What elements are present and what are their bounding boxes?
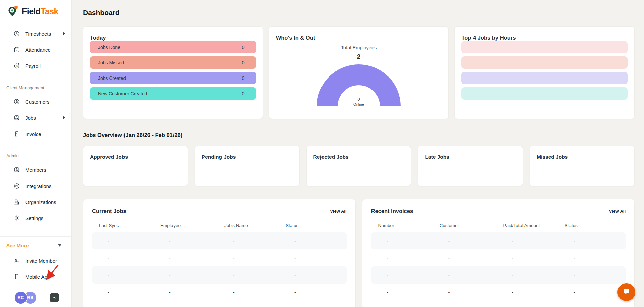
top-job-bar <box>461 87 628 100</box>
see-more-toggle[interactable]: See More <box>0 238 71 253</box>
current-jobs-title: Current Jobs <box>92 208 127 214</box>
top-job-bar <box>461 56 628 69</box>
user-plus-icon <box>13 257 20 264</box>
table-cell: - <box>378 255 440 261</box>
sidebar-item-customers[interactable]: Customers <box>0 94 71 110</box>
user-card-icon <box>13 166 20 173</box>
table-row: - - - - <box>92 232 347 249</box>
whos-in-out-card: Who's In & Out Total Employees 2 0 Onlin… <box>269 26 449 119</box>
sidebar-item-label: Organizations <box>25 199 56 205</box>
stat-label: Jobs Done <box>98 45 120 50</box>
donut-center-label: 0 Online <box>317 97 401 106</box>
stat-label: New Customer Created <box>98 91 147 96</box>
table-cell: - <box>565 255 626 261</box>
table-cell: - <box>160 290 224 295</box>
table-cell: - <box>286 290 347 295</box>
table-cell: - <box>440 255 503 261</box>
sidebar-item-integrations[interactable]: @ Integrations <box>0 178 71 194</box>
top-jobs-card: Top 4 Jobs by Hours <box>454 26 635 119</box>
table-cell: - <box>160 255 224 261</box>
missed-jobs-card: Missed Jobs <box>530 146 635 186</box>
sidebar-item-members[interactable]: Members <box>0 162 71 178</box>
table-cell: - <box>378 272 440 278</box>
jobs-overview-title: Jobs Overview (Jan 26/26 - Feb 01/26) <box>83 132 635 138</box>
table-cell: - <box>565 272 626 278</box>
sidebar-item-timesheets[interactable]: Timesheets <box>0 25 71 42</box>
column-header: Employee <box>160 223 224 228</box>
pending-jobs-card: Pending Jobs <box>195 146 300 186</box>
table-cell: - <box>440 272 503 278</box>
checklist-icon <box>13 114 20 121</box>
sidebar-item-jobs[interactable]: Jobs <box>0 110 71 126</box>
table-cell: - <box>378 290 440 295</box>
collapse-button[interactable] <box>50 293 59 302</box>
sidebar-item-label: Payroll <box>25 63 41 69</box>
sidebar-item-settings[interactable]: Settings <box>0 210 71 226</box>
recent-invoices-card: Recent Invoices View All Number Customer… <box>362 199 635 307</box>
table-cell: - <box>286 272 347 278</box>
overview-card-label: Pending Jobs <box>202 154 293 160</box>
late-jobs-card: Late Jobs <box>418 146 523 186</box>
brand-task: Task <box>41 7 58 16</box>
stat-bar-jobs-missed: Jobs Missed 0 <box>90 56 256 69</box>
top-cards-row: Today Jobs Done 0 Jobs Missed 0 Jobs Cre… <box>83 26 635 119</box>
smartphone-icon <box>13 273 20 280</box>
current-jobs-view-all-link[interactable]: View All <box>330 209 346 214</box>
sidebar-footer: RC RS <box>0 288 71 307</box>
sidebar-item-label: Jobs <box>25 115 36 121</box>
employees-donut-chart: 0 Online <box>317 64 401 106</box>
top-job-bar <box>461 41 628 53</box>
brand-name: FieldTask <box>22 7 58 16</box>
top-jobs-title: Top 4 Jobs by Hours <box>461 35 628 41</box>
table-cell: - <box>286 255 347 261</box>
column-header: Last Sync <box>99 223 160 228</box>
chat-launcher-button[interactable] <box>617 283 635 301</box>
table-row: - - - - <box>371 232 626 249</box>
stat-label: Jobs Created <box>98 75 126 81</box>
sidebar-item-organizations[interactable]: Organizations <box>0 194 71 210</box>
table-cell: - <box>378 238 440 244</box>
gear-icon <box>13 215 20 221</box>
column-header: Job's Name <box>224 223 286 228</box>
sidebar-item-label: Members <box>25 167 46 173</box>
tables-row: Current Jobs View All Last Sync Employee… <box>83 199 635 307</box>
sidebar-item-label: Settings <box>25 215 43 221</box>
overview-card-label: Approved Jobs <box>90 154 181 160</box>
current-jobs-card: Current Jobs View All Last Sync Employee… <box>83 199 356 307</box>
sidebar-item-invoice[interactable]: Invoice <box>0 126 71 142</box>
recent-invoices-table-body: - - - - - - - - - - - - - <box>371 232 626 301</box>
sidebar-item-label: Customers <box>25 99 50 105</box>
column-header: Status <box>565 223 626 228</box>
overview-card-label: Missed Jobs <box>537 154 628 160</box>
column-header: Paid/Total Amount <box>503 223 565 228</box>
chevron-down-icon <box>58 244 61 247</box>
jobs-overview-row: Approved Jobs Pending Jobs Rejected Jobs… <box>83 146 635 186</box>
sidebar-item-invite-member[interactable]: Invite Member <box>0 253 71 269</box>
table-row: - - - - <box>371 266 626 284</box>
sidebar-item-label: Timesheets <box>25 31 51 37</box>
online-count: 0 <box>317 97 401 102</box>
brand-field: Field <box>22 7 41 16</box>
dollar-circle-icon: $ <box>13 62 20 69</box>
table-cell: - <box>440 290 503 295</box>
avatar[interactable]: RC <box>14 291 28 304</box>
sidebar-item-mobile-app[interactable]: Mobile App <box>0 269 71 285</box>
sidebar-item-attendance[interactable]: Attendance <box>0 42 71 58</box>
stat-value: 0 <box>242 91 244 96</box>
approved-jobs-card: Approved Jobs <box>83 146 188 186</box>
recent-invoices-view-all-link[interactable]: View All <box>609 209 626 214</box>
receipt-icon <box>13 131 20 137</box>
total-employees-value: 2 <box>276 53 442 60</box>
section-label-admin: Admin <box>0 145 71 162</box>
sidebar-item-label: Attendance <box>25 47 51 53</box>
table-cell: - <box>286 238 347 244</box>
sidebar-nav: Timesheets Attendance $ Payroll Client M… <box>0 17 71 285</box>
table-row: - - - - <box>371 284 626 301</box>
brand-logo[interactable]: FieldTask <box>0 0 71 17</box>
sidebar: FieldTask Timesheets Attendance $ Payrol… <box>0 0 72 307</box>
current-jobs-column-headers: Last Sync Employee Job's Name Status <box>92 223 347 228</box>
table-cell: - <box>160 238 224 244</box>
sidebar-item-payroll[interactable]: $ Payroll <box>0 58 71 74</box>
table-cell: - <box>160 272 224 278</box>
stat-bar-new-customer-created: New Customer Created 0 <box>90 87 256 100</box>
